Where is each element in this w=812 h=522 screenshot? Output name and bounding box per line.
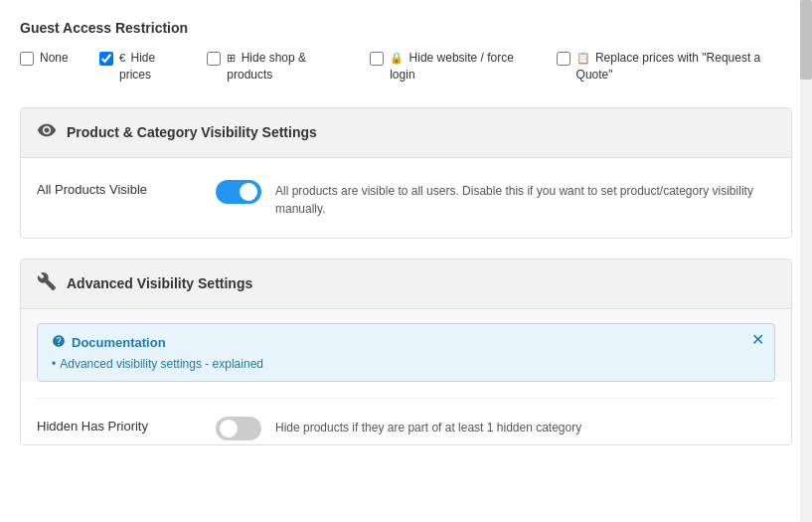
option-replace-prices: 📋 Replace prices with "Request a Quote" [557, 50, 792, 84]
checkbox-replace-prices[interactable] [557, 52, 570, 66]
scrollbar-track [800, 0, 812, 522]
clipboard-icon: 📋 [576, 52, 590, 64]
documentation-title: Documentation [52, 334, 760, 351]
product-visibility-header: Product & Category Visibility Settings [21, 108, 791, 158]
checkbox-hide-shop[interactable] [207, 52, 221, 66]
eye-icon [37, 120, 57, 145]
option-none-label[interactable]: None [40, 50, 69, 67]
section-divider [37, 398, 775, 399]
scrollbar-thumb[interactable] [800, 0, 812, 80]
hidden-priority-row: Hidden Has Priority Hide products if the… [37, 415, 775, 440]
option-hide-prices: € Hide prices [99, 50, 187, 84]
product-visibility-title: Product & Category Visibility Settings [67, 124, 317, 140]
restriction-options: None € Hide prices ⊞ Hide shop & product… [20, 50, 792, 84]
option-replace-prices-label[interactable]: 📋 Replace prices with "Request a Quote" [576, 50, 792, 84]
question-icon [52, 334, 66, 351]
hidden-priority-label: Hidden Has Priority [37, 415, 196, 434]
hidden-priority-description: Hide products if they are part of at lea… [275, 415, 581, 436]
all-products-visible-control: All products are visible to all users. D… [216, 178, 772, 218]
checkbox-hide-website[interactable] [370, 52, 384, 66]
wrench-icon [37, 271, 57, 296]
advanced-visibility-title: Advanced Visibility Settings [67, 275, 252, 291]
option-hide-prices-label[interactable]: € Hide prices [119, 50, 187, 84]
lock-icon: 🔒 [390, 52, 404, 64]
option-hide-website-label[interactable]: 🔒 Hide website / force login [390, 50, 536, 84]
option-hide-shop: ⊞ Hide shop & products [207, 50, 350, 84]
product-visibility-body: All Products Visible All products are vi… [21, 158, 791, 238]
hidden-priority-toggle[interactable] [216, 417, 261, 440]
option-hide-shop-label[interactable]: ⊞ Hide shop & products [227, 50, 350, 84]
advanced-visibility-panel: Advanced Visibility Settings Documentati… [20, 259, 792, 445]
shop-icon: ⊞ [227, 52, 236, 64]
euro-icon: € [119, 52, 125, 64]
doc-close-button[interactable]: ✕ [751, 332, 764, 348]
guest-access-section: Guest Access Restriction None € Hide pri… [20, 20, 792, 84]
all-products-visible-label: All Products Visible [37, 178, 196, 197]
toggle-off-slider [216, 417, 261, 440]
toggle-slider [216, 180, 261, 204]
page-container: Guest Access Restriction None € Hide pri… [0, 0, 812, 465]
option-hide-website: 🔒 Hide website / force login [370, 50, 536, 84]
all-products-visible-row: All Products Visible All products are vi… [37, 178, 775, 218]
doc-link-advanced[interactable]: Advanced visibility settings - explained [52, 357, 760, 371]
option-none: None [20, 50, 80, 67]
hidden-priority-section: Hidden Has Priority Hide products if the… [21, 382, 791, 444]
advanced-visibility-header: Advanced Visibility Settings [21, 260, 791, 309]
documentation-box: Documentation ✕ Advanced visibility sett… [37, 323, 775, 382]
hidden-priority-control: Hide products if they are part of at lea… [216, 415, 581, 440]
all-products-toggle[interactable] [216, 180, 261, 204]
guest-access-title: Guest Access Restriction [20, 20, 792, 36]
checkbox-hide-prices[interactable] [99, 52, 113, 66]
checkbox-none[interactable] [20, 52, 34, 66]
product-visibility-panel: Product & Category Visibility Settings A… [20, 107, 792, 239]
all-products-description: All products are visible to all users. D… [275, 178, 772, 218]
